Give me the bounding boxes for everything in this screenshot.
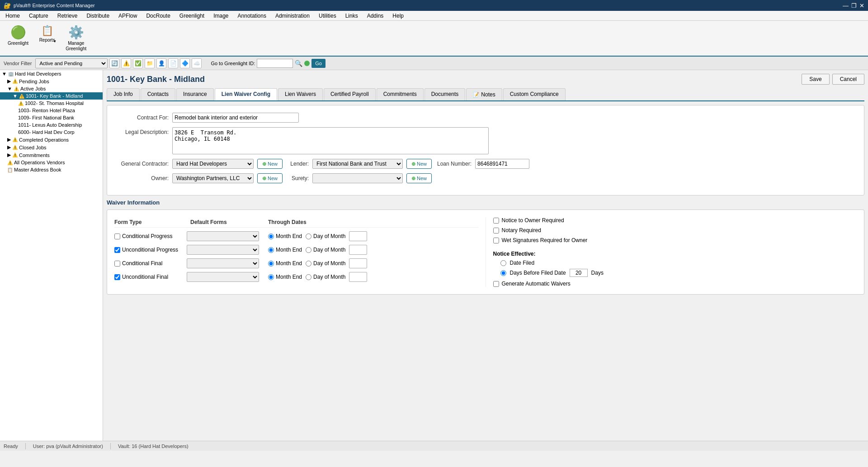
menu-help[interactable]: Help: [391, 12, 406, 20]
conditional-final-month-end-radio[interactable]: [268, 261, 274, 267]
gc-select[interactable]: Hard Hat Developers: [172, 159, 254, 169]
unconditional-final-checkbox[interactable]: [114, 274, 120, 280]
sidebar-item-job-1002[interactable]: ⚠️ 1002- St. Thomas Hospital: [0, 100, 103, 107]
menu-annotations[interactable]: Annotations: [236, 12, 268, 20]
conditional-progress-day-radio-label[interactable]: Day of Month: [306, 233, 345, 239]
minimize-btn[interactable]: —: [843, 2, 849, 9]
date-filed-radio[interactable]: [500, 260, 506, 266]
unconditional-final-month-end-radio[interactable]: [268, 274, 274, 280]
unconditional-progress-month-end-radio[interactable]: [268, 247, 274, 253]
conditional-final-select[interactable]: [187, 258, 259, 268]
refresh-btn[interactable]: 🔄: [109, 58, 119, 68]
owner-select[interactable]: Washington Partners, LLC: [172, 173, 254, 183]
days-input[interactable]: [570, 269, 588, 277]
tab-custom-compliance[interactable]: Custom Compliance: [503, 88, 566, 100]
conditional-progress-month-end-radio[interactable]: [268, 234, 274, 239]
surety-new-button[interactable]: ⊕ New: [406, 173, 432, 183]
conditional-progress-select[interactable]: [187, 231, 259, 241]
owner-new-button[interactable]: ⊕ New: [257, 173, 283, 183]
conditional-progress-day-radio[interactable]: [306, 234, 311, 239]
sidebar-item-job-6000[interactable]: 6000- Hard Hat Dev Corp: [0, 129, 103, 136]
sidebar-item-hard-hat-developers[interactable]: ▼ 🏢 Hard Hat Developers: [0, 70, 103, 77]
tab-contacts[interactable]: Contacts: [141, 88, 175, 100]
sidebar-item-active-jobs[interactable]: ▼ ⚠️ Active Jobs: [0, 85, 103, 92]
conditional-progress-month-end-radio-label[interactable]: Month End: [268, 233, 302, 239]
conditional-final-day-radio-label[interactable]: Day of Month: [306, 260, 345, 267]
loan-number-input[interactable]: [475, 159, 529, 169]
close-btn[interactable]: ✕: [859, 2, 864, 9]
user-btn[interactable]: 👤: [156, 58, 166, 68]
unconditional-final-day-radio-label[interactable]: Day of Month: [306, 274, 345, 280]
notice-to-owner-checkbox[interactable]: [493, 218, 499, 224]
tab-insurance[interactable]: Insurance: [176, 88, 214, 100]
sidebar-item-pending-jobs[interactable]: ▶ ⚠️ Pending Jobs: [0, 77, 103, 85]
tab-commitments[interactable]: Commitments: [377, 88, 424, 100]
tab-documents[interactable]: Documents: [425, 88, 466, 100]
menu-links[interactable]: Links: [344, 12, 360, 20]
sidebar-item-closed-jobs[interactable]: ▶ ⚠️ Closed Jobs: [0, 143, 103, 151]
ribbon-greenlight-btn[interactable]: 🟢 Greenlight: [4, 23, 33, 48]
unconditional-progress-day-radio[interactable]: [306, 247, 311, 253]
menu-addins[interactable]: Addins: [365, 12, 386, 20]
cancel-button[interactable]: Cancel: [832, 74, 864, 85]
notary-required-checkbox[interactable]: [493, 228, 499, 234]
contract-for-input[interactable]: [172, 113, 299, 123]
doc-btn[interactable]: 📄: [168, 58, 178, 68]
surety-select[interactable]: [312, 173, 403, 183]
sidebar-item-job-1001[interactable]: ▼ ⚠️ 1001- Key Bank - Midland: [0, 92, 103, 100]
menu-capture[interactable]: Capture: [27, 12, 50, 20]
menu-apflow[interactable]: APFlow: [117, 12, 139, 20]
vendor-filter-dropdown[interactable]: Active and Pending: [35, 58, 108, 68]
conditional-final-checkbox[interactable]: [114, 261, 120, 267]
warning-btn[interactable]: ⚠️: [121, 58, 131, 68]
lender-new-button[interactable]: ⊕ New: [406, 159, 432, 169]
sidebar-item-job-1009[interactable]: 1009- First National Bank: [0, 114, 103, 121]
restore-btn[interactable]: ❐: [851, 2, 857, 9]
sidebar-item-commitments[interactable]: ▶ ⚠️ Commitments: [0, 151, 103, 159]
conditional-progress-checkbox[interactable]: [114, 234, 120, 239]
unconditional-progress-day-input[interactable]: [349, 245, 367, 255]
greenlight-id-input[interactable]: [257, 59, 293, 68]
menu-utilities[interactable]: Utilities: [317, 12, 338, 20]
conditional-final-month-end-radio-label[interactable]: Month End: [268, 260, 302, 267]
sidebar-item-completed-operations[interactable]: ▶ ⚠️ Completed Operations: [0, 136, 103, 143]
unconditional-final-day-input[interactable]: [349, 272, 367, 282]
check-btn[interactable]: ✅: [133, 58, 143, 68]
unconditional-final-month-end-radio-label[interactable]: Month End: [268, 274, 302, 280]
folder-btn[interactable]: 📁: [145, 58, 155, 68]
sidebar-item-job-1003[interactable]: 1003- Renton Hotel Plaza: [0, 107, 103, 114]
search-icon[interactable]: 🔍: [295, 60, 302, 67]
window-controls[interactable]: — ❐ ✕: [843, 2, 864, 9]
unconditional-progress-month-end-radio-label[interactable]: Month End: [268, 247, 302, 253]
unconditional-progress-checkbox[interactable]: [114, 247, 120, 253]
menu-docroute[interactable]: DocRoute: [144, 12, 172, 20]
menu-home[interactable]: Home: [4, 12, 22, 20]
conditional-final-day-input[interactable]: [349, 258, 367, 268]
conditional-final-day-radio[interactable]: [306, 261, 311, 267]
save-button[interactable]: Save: [802, 74, 829, 85]
sidebar-item-all-operations-vendors[interactable]: ⚠️ All Operations Vendors: [0, 159, 103, 166]
menu-distribute[interactable]: Distribute: [85, 12, 111, 20]
menu-retrieve[interactable]: Retrieve: [56, 12, 80, 20]
menu-image[interactable]: Image: [212, 12, 230, 20]
shape-btn[interactable]: 🔷: [180, 58, 190, 68]
legal-description-textarea[interactable]: 3826 E Transom Rd. Chicago, IL 60148: [172, 127, 489, 154]
tab-job-info[interactable]: Job Info: [107, 88, 140, 100]
menu-administration[interactable]: Administration: [274, 12, 311, 20]
lender-select[interactable]: First National Bank and Trust: [312, 159, 403, 169]
go-button[interactable]: Go: [311, 59, 326, 68]
wet-signatures-checkbox[interactable]: [493, 238, 499, 243]
tab-certified-payroll[interactable]: Certified Payroll: [324, 88, 376, 100]
days-before-filed-radio[interactable]: [500, 270, 506, 276]
tab-notes[interactable]: 📝 Notes: [466, 88, 502, 100]
ribbon-manage-greenlight-btn[interactable]: ⚙️ ManageGreenlight: [61, 23, 90, 54]
menu-greenlight[interactable]: Greenlight: [178, 12, 206, 20]
gc-new-button[interactable]: ⊕ New: [257, 159, 283, 169]
tab-lien-waiver-config[interactable]: Lien Waiver Config: [215, 88, 277, 100]
unconditional-progress-select[interactable]: [187, 245, 259, 255]
unconditional-progress-day-radio-label[interactable]: Day of Month: [306, 247, 345, 253]
sidebar-item-job-1011[interactable]: 1011- Lexus Auto Dealership: [0, 121, 103, 129]
ribbon-reports-btn[interactable]: 📋 Reports ▼: [34, 23, 60, 45]
sidebar-item-master-address-book[interactable]: 📋 Master Address Book: [0, 166, 103, 173]
conditional-progress-day-input[interactable]: [349, 231, 367, 241]
